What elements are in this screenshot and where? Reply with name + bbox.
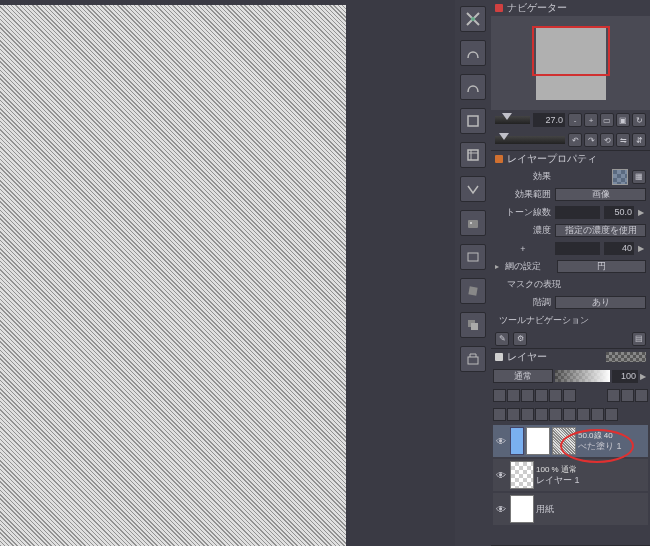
canvas[interactable] [0, 5, 346, 546]
lt2-icon-6[interactable] [563, 408, 576, 421]
effect-border-icon[interactable]: ▦ [632, 170, 646, 184]
dock-btn-9[interactable] [460, 278, 486, 304]
visibility-icon[interactable]: 👁 [494, 502, 508, 516]
lt-ref-icon[interactable] [535, 389, 548, 402]
rotate-icon[interactable]: ↻ [632, 113, 646, 127]
zoom-slider[interactable] [495, 116, 530, 124]
navigator-canvas-thumb [536, 26, 606, 100]
lt2-icon-4[interactable] [535, 408, 548, 421]
density-plus-stepper[interactable]: ▶ [638, 244, 644, 253]
toolnav-icon-2[interactable]: ⚙ [513, 332, 527, 346]
layer-label: 用紙 [536, 504, 647, 515]
layer-row[interactable]: 👁 用紙 [493, 493, 648, 525]
lt-mask-icon[interactable] [507, 389, 520, 402]
lt-color-icon[interactable] [607, 389, 620, 402]
density-plus-slider[interactable] [555, 242, 600, 255]
zoom-out-icon[interactable]: - [568, 113, 582, 127]
rot-right-icon[interactable]: ↷ [584, 133, 598, 147]
dock-btn-10[interactable] [460, 312, 486, 338]
layer-color-tag[interactable] [510, 427, 524, 455]
svg-rect-8 [471, 323, 478, 330]
dock-btn-2[interactable] [460, 40, 486, 66]
tone-lines-value[interactable]: 50.0 [604, 206, 634, 219]
density-select[interactable]: 指定の濃度を使用 [555, 224, 646, 237]
opacity-stepper[interactable]: ▶ [640, 372, 646, 381]
dock-btn-7[interactable] [460, 210, 486, 236]
opacity-slider[interactable] [555, 370, 610, 382]
blend-mode-select[interactable]: 通常 [493, 369, 553, 383]
navigator-viewport-frame[interactable] [532, 26, 610, 76]
toolnav-icon-3[interactable]: ▤ [632, 332, 646, 346]
tone-lines-stepper[interactable]: ▶ [638, 208, 644, 217]
layer-row[interactable]: 👁 100 % 通常 レイヤー 1 [493, 459, 648, 491]
toolnav-icon-1[interactable]: ✎ [495, 332, 509, 346]
opacity-value[interactable]: 100 [612, 370, 638, 383]
dock-btn-1[interactable] [460, 6, 486, 32]
dot-settings-expander[interactable]: ▸ [495, 262, 499, 271]
lt-combine-icon[interactable] [563, 389, 576, 402]
zoom-slider-thumb[interactable] [502, 113, 512, 120]
effect-label: 効果 [495, 170, 551, 183]
dock-btn-5[interactable] [460, 142, 486, 168]
lt2-icon-9[interactable] [605, 408, 618, 421]
navigator-title: ナビゲーター [507, 1, 567, 15]
layer-property-icon [495, 155, 503, 163]
rotate-slider[interactable] [495, 136, 565, 144]
layer-mask-thumb[interactable] [552, 427, 576, 455]
rotate-slider-thumb[interactable] [499, 133, 509, 140]
lt-delete-icon[interactable] [635, 389, 648, 402]
dock-btn-3[interactable] [460, 74, 486, 100]
effect-tone-icon[interactable] [612, 169, 628, 185]
navigator-preview[interactable] [491, 16, 650, 110]
layer-thumb[interactable] [510, 495, 534, 523]
gradation-select[interactable]: あり [555, 296, 646, 309]
navigator-header[interactable]: ナビゲーター [491, 0, 650, 16]
dot-settings-select[interactable]: 円 [557, 260, 646, 273]
dot-settings-label: 網の設定 [505, 260, 553, 273]
layer-label: 50.0線 40 べた塗り 1 [578, 430, 647, 452]
visibility-icon[interactable]: 👁 [494, 434, 508, 448]
effect-range-select[interactable]: 画像 [555, 188, 646, 201]
layer-thumb[interactable] [526, 427, 550, 455]
layer-row[interactable]: 👁 50.0線 40 べた塗り 1 [493, 425, 648, 457]
lt2-icon-8[interactable] [591, 408, 604, 421]
svg-rect-1 [468, 116, 478, 126]
layer-property-header[interactable]: レイヤープロパティ [491, 151, 650, 167]
lt2-icon-7[interactable] [577, 408, 590, 421]
lt-add-icon[interactable] [621, 389, 634, 402]
svg-rect-5 [468, 253, 478, 261]
lt2-icon-2[interactable] [507, 408, 520, 421]
layer-toolbar-2 [493, 406, 648, 423]
layers-header[interactable]: レイヤー [491, 349, 650, 365]
zoom-in-icon[interactable]: + [584, 113, 598, 127]
lt2-icon-5[interactable] [549, 408, 562, 421]
rot-left-icon[interactable]: ↶ [568, 133, 582, 147]
layer-thumb[interactable] [510, 461, 534, 489]
dock-btn-11[interactable] [460, 346, 486, 372]
dock-btn-6[interactable] [460, 176, 486, 202]
tone-lines-slider[interactable] [555, 206, 600, 219]
lt-new-icon[interactable] [493, 389, 506, 402]
density-plus-label: + [495, 244, 551, 254]
svg-rect-3 [468, 220, 478, 228]
tool-navigation-label: ツールナビゲーション [495, 314, 589, 327]
tool-dock [455, 0, 491, 546]
gradation-label: 階調 [495, 296, 551, 309]
navigator-panel: ナビゲーター 27.0 - + ▭ ▣ ↻ ↶ [491, 0, 650, 151]
lt2-icon-1[interactable] [493, 408, 506, 421]
zoom-value[interactable]: 27.0 [533, 113, 565, 127]
tone-lines-label: トーン線数 [495, 206, 551, 219]
dock-btn-4[interactable] [460, 108, 486, 134]
visibility-icon[interactable]: 👁 [494, 468, 508, 482]
zoom-fit-icon[interactable]: ▭ [600, 113, 614, 127]
density-plus-value[interactable]: 40 [604, 242, 634, 255]
rot-reset-icon[interactable]: ⟲ [600, 133, 614, 147]
lt-lock-icon[interactable] [521, 389, 534, 402]
flip-v-icon[interactable]: ⇵ [632, 133, 646, 147]
dock-btn-8[interactable] [460, 244, 486, 270]
lt-clip-icon[interactable] [549, 389, 562, 402]
zoom-100-icon[interactable]: ▣ [616, 113, 630, 127]
svg-rect-2 [468, 150, 478, 160]
lt2-icon-3[interactable] [521, 408, 534, 421]
flip-h-icon[interactable]: ⇋ [616, 133, 630, 147]
